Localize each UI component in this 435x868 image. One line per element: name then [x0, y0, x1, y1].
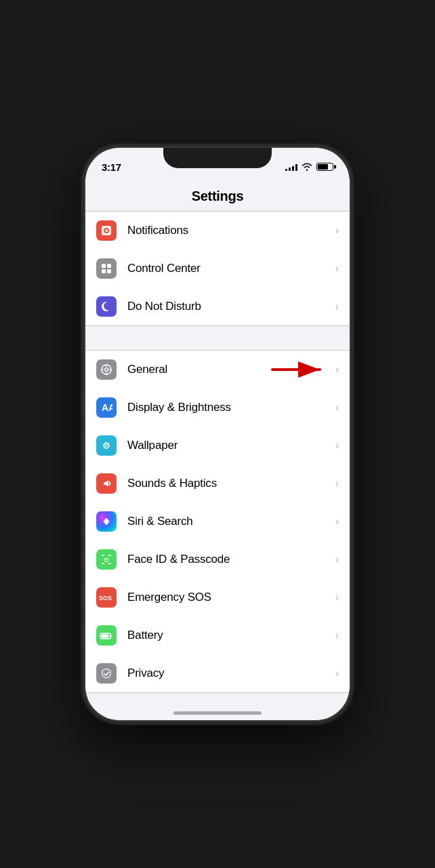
phone-frame: 3:17 [85, 148, 350, 720]
display-icon: AA [96, 397, 117, 418]
row-wallpaper[interactable]: Wallpaper › [85, 427, 350, 465]
svg-rect-4 [102, 269, 106, 273]
sounds-chevron: › [335, 477, 339, 490]
general-chevron: › [335, 363, 339, 376]
siri-icon [96, 511, 117, 532]
row-notifications[interactable]: Notifications › [85, 212, 350, 250]
siri-chevron: › [335, 515, 339, 528]
svg-rect-29 [102, 635, 109, 638]
svg-rect-28 [110, 635, 112, 637]
notifications-label: Notifications [127, 224, 335, 237]
wallpaper-icon [96, 435, 117, 456]
battery-icon [96, 625, 117, 646]
row-control-center[interactable]: Control Center › [85, 250, 350, 288]
notifications-icon [96, 220, 117, 241]
faceid-chevron: › [335, 553, 339, 566]
screen: 3:17 [85, 148, 350, 720]
svg-rect-20 [108, 555, 111, 556]
svg-rect-21 [102, 563, 104, 564]
settings-header: Settings [85, 178, 350, 211]
row-do-not-disturb[interactable]: Do Not Disturb › [85, 288, 350, 326]
section-group-1: Notifications › Control Center › [85, 211, 350, 326]
sos-chevron: › [335, 591, 339, 604]
siri-search-label: Siri & Search [127, 515, 335, 528]
red-arrow-annotation [269, 359, 330, 380]
sounds-haptics-label: Sounds & Haptics [127, 477, 335, 490]
privacy-icon [96, 663, 117, 684]
svg-point-23 [104, 558, 106, 559]
status-time: 3:17 [102, 161, 121, 173]
privacy-label: Privacy [127, 667, 335, 680]
sos-icon: SOS [96, 587, 117, 608]
svg-rect-22 [108, 563, 111, 564]
svg-text:SOS: SOS [99, 595, 112, 601]
sounds-icon [96, 473, 117, 494]
dnd-icon [96, 296, 117, 317]
display-chevron: › [335, 401, 339, 414]
display-brightness-label: Display & Brightness [127, 401, 335, 414]
page-title: Settings [192, 189, 244, 203]
dnd-label: Do Not Disturb [127, 300, 335, 313]
svg-point-24 [108, 558, 109, 559]
svg-rect-2 [102, 264, 106, 268]
spacer-1 [85, 326, 350, 350]
row-siri-search[interactable]: Siri & Search › [85, 502, 350, 540]
wallpaper-label: Wallpaper [127, 439, 335, 452]
control-center-icon [96, 258, 117, 279]
row-general[interactable]: General › [85, 351, 350, 389]
svg-rect-19 [102, 555, 104, 556]
status-icons [285, 163, 333, 171]
wallpaper-chevron: › [335, 439, 339, 452]
home-bar [173, 711, 262, 715]
battery-chevron: › [335, 629, 339, 642]
dnd-chevron: › [335, 300, 339, 313]
row-sounds-haptics[interactable]: Sounds & Haptics › [85, 465, 350, 502]
battery-status-icon [316, 163, 333, 171]
notifications-chevron: › [335, 224, 339, 237]
svg-point-18 [103, 519, 110, 524]
svg-point-16 [106, 445, 108, 447]
face-id-label: Face ID & Passcode [127, 553, 335, 566]
privacy-chevron: › [335, 667, 339, 679]
wifi-icon [302, 163, 312, 171]
settings-content[interactable]: Settings Notifications › [85, 178, 350, 697]
notch [163, 148, 272, 168]
row-display-brightness[interactable]: AA Display & Brightness › [85, 389, 350, 427]
svg-rect-5 [107, 269, 111, 273]
svg-point-7 [105, 368, 108, 372]
faceid-icon [96, 549, 117, 570]
section-group-2: General › AA [85, 350, 350, 693]
control-center-chevron: › [335, 262, 339, 275]
row-privacy[interactable]: Privacy › [85, 654, 350, 692]
general-icon [96, 359, 117, 380]
svg-text:AA: AA [102, 402, 112, 413]
home-indicator [85, 697, 350, 720]
svg-rect-3 [107, 264, 111, 268]
emergency-sos-label: Emergency SOS [127, 591, 335, 604]
battery-label: Battery [127, 629, 335, 642]
signal-icon [285, 163, 297, 171]
row-battery[interactable]: Battery › [85, 616, 350, 654]
row-face-id[interactable]: Face ID & Passcode › [85, 540, 350, 578]
control-center-label: Control Center [127, 262, 335, 275]
row-emergency-sos[interactable]: SOS Emergency SOS › [85, 578, 350, 616]
general-label: General [127, 363, 269, 376]
